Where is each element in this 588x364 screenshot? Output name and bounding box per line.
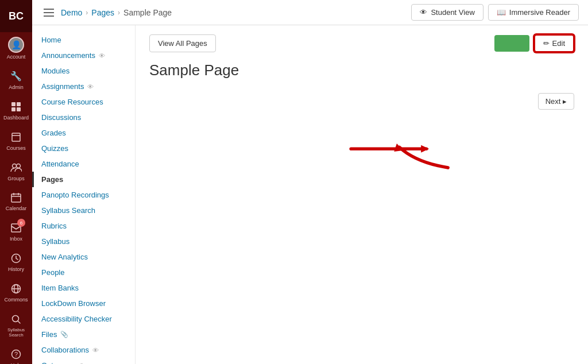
- files-visibility-icon: 📎: [60, 331, 68, 338]
- course-nav-item-banks[interactable]: Item Banks: [32, 280, 135, 296]
- course-nav-attendance[interactable]: Attendance: [32, 156, 135, 172]
- admin-label: Admin: [9, 85, 24, 91]
- course-nav-grades[interactable]: Grades: [32, 125, 135, 141]
- course-nav-home[interactable]: Home: [32, 32, 135, 48]
- edit-button[interactable]: ✏ Edit: [534, 34, 574, 52]
- course-nav-rubrics-label: Rubrics: [41, 222, 67, 230]
- hamburger-button[interactable]: [41, 6, 56, 19]
- dashboard-label: Dashboard: [3, 115, 29, 121]
- course-nav-collaborations[interactable]: Collaborations 👁: [32, 342, 135, 358]
- sidebar-item-account[interactable]: 👤 Account: [0, 32, 32, 65]
- course-nav-files-label: Files: [41, 330, 57, 339]
- course-nav-item-banks-label: Item Banks: [41, 284, 79, 292]
- announcements-visibility-icon: 👁: [99, 52, 105, 59]
- course-nav-syllabus-search[interactable]: Syllabus Search: [32, 203, 135, 218]
- page-title: Sample Page: [149, 61, 574, 84]
- sidebar-item-inbox[interactable]: 6 Inbox: [0, 216, 32, 247]
- content-wrapper: Home Announcements 👁 Modules Assignments…: [32, 25, 588, 364]
- global-nav: BC 👤 Account 🔧 Admin Dashboard Courses: [0, 0, 32, 364]
- student-view-button[interactable]: 👁 Student View: [411, 4, 483, 21]
- course-nav-discussions[interactable]: Discussions: [32, 110, 135, 125]
- course-nav-people[interactable]: People: [32, 265, 135, 280]
- logo: BC: [0, 0, 32, 32]
- commons-icon: [9, 282, 23, 296]
- course-nav-grades-label: Grades: [41, 129, 66, 137]
- sidebar-item-dashboard[interactable]: Dashboard: [0, 95, 32, 126]
- svg-rect-8: [11, 194, 21, 202]
- assignments-visibility-icon: 👁: [87, 83, 94, 90]
- sidebar-item-courses[interactable]: Courses: [0, 126, 32, 156]
- course-nav-pages-label: Pages: [41, 175, 63, 184]
- dashboard-icon: [9, 100, 23, 114]
- svg-text:?: ?: [14, 351, 18, 358]
- courses-label: Courses: [6, 146, 26, 152]
- calendar-icon: [9, 191, 23, 204]
- course-nav-assignments-label: Assignments: [41, 82, 84, 91]
- immersive-reader-button[interactable]: 📖 Immersive Reader: [488, 4, 579, 21]
- breadcrumb-pages[interactable]: Pages: [91, 8, 114, 17]
- account-label: Account: [7, 55, 26, 60]
- course-nav-panopto[interactable]: Panopto Recordings: [32, 187, 135, 203]
- svg-rect-3: [17, 107, 21, 111]
- breadcrumb-demo[interactable]: Demo: [61, 8, 82, 17]
- groups-label: Groups: [7, 176, 25, 182]
- inbox-icon: 6: [9, 221, 23, 235]
- course-nav-assignments[interactable]: Assignments 👁: [32, 79, 135, 94]
- help-icon: ?: [9, 347, 23, 361]
- svg-marker-23: [421, 145, 429, 153]
- course-nav-course-resources-label: Course Resources: [41, 98, 103, 106]
- breadcrumb-current: Sample Page: [123, 8, 172, 17]
- course-nav-new-analytics-label: New Analytics: [41, 253, 88, 261]
- page-top-right: ✏ Edit: [494, 34, 574, 52]
- page-content: View All Pages ✏ Edit Sample Page Next ▸: [136, 25, 588, 364]
- sidebar-item-admin[interactable]: 🔧 Admin: [0, 65, 32, 95]
- course-nav-people-label: People: [41, 268, 64, 277]
- edit-icon: ✏: [543, 39, 550, 48]
- course-nav-announcements-label: Announcements: [41, 51, 95, 60]
- course-nav-new-analytics[interactable]: New Analytics: [32, 249, 135, 265]
- sidebar-item-commons[interactable]: Commons: [0, 277, 32, 308]
- next-button[interactable]: Next ▸: [538, 93, 574, 110]
- green-action-button[interactable]: [494, 35, 529, 52]
- course-nav-accessibility[interactable]: Accessibility Checker: [32, 311, 135, 327]
- svg-rect-4: [12, 133, 20, 141]
- admin-icon: 🔧: [9, 69, 23, 83]
- course-nav-quizzes[interactable]: Quizzes: [32, 141, 135, 156]
- course-nav-panopto-label: Panopto Recordings: [41, 191, 109, 199]
- course-nav-syllabus-label: Syllabus: [41, 237, 69, 246]
- course-nav-lockdown-label: LockDown Browser: [41, 299, 106, 308]
- course-nav-rubrics[interactable]: Rubrics: [32, 218, 135, 234]
- course-nav-modules[interactable]: Modules: [32, 63, 135, 79]
- course-nav-accessibility-label: Accessibility Checker: [41, 315, 112, 323]
- course-nav-pages[interactable]: Pages: [32, 172, 135, 187]
- course-nav-announcements[interactable]: Announcements 👁: [32, 48, 135, 63]
- view-all-pages-button[interactable]: View All Pages: [149, 34, 216, 52]
- course-nav-outcomes[interactable]: Outcomes 👁: [32, 358, 135, 364]
- svg-point-6: [13, 164, 17, 168]
- course-nav-outcomes-label: Outcomes: [41, 361, 75, 364]
- account-avatar: 👤: [8, 37, 24, 53]
- course-nav-lockdown[interactable]: LockDown Browser: [32, 296, 135, 311]
- sidebar-item-help[interactable]: ? Help: [0, 343, 32, 364]
- course-nav-files[interactable]: Files 📎: [32, 327, 135, 342]
- calendar-label: Calendar: [6, 206, 27, 212]
- course-nav-home-label: Home: [41, 36, 61, 44]
- svg-point-7: [17, 164, 21, 168]
- sidebar-item-groups[interactable]: Groups: [0, 156, 32, 187]
- course-nav-syllabus[interactable]: Syllabus: [32, 234, 135, 249]
- sidebar-item-syllabus-search[interactable]: SyllabusSearch: [0, 308, 32, 343]
- svg-marker-22: [394, 144, 403, 152]
- topbar-actions: 👁 Student View 📖 Immersive Reader: [411, 4, 579, 21]
- student-view-label: Student View: [431, 8, 474, 17]
- sidebar-item-calendar[interactable]: Calendar: [0, 186, 32, 216]
- course-nav-quizzes-label: Quizzes: [41, 144, 68, 153]
- page-navigation: Next ▸: [149, 93, 574, 110]
- topbar: Demo › Pages › Sample Page 👁 Student Vie…: [32, 0, 588, 25]
- course-nav-syllabus-search-label: Syllabus Search: [41, 206, 95, 215]
- courses-icon: [9, 130, 23, 144]
- breadcrumb: Demo › Pages › Sample Page: [61, 8, 407, 17]
- history-label: History: [8, 267, 24, 273]
- sidebar-item-history[interactable]: History: [0, 247, 32, 277]
- course-nav-course-resources[interactable]: Course Resources: [32, 94, 135, 110]
- inbox-label: Inbox: [10, 237, 22, 242]
